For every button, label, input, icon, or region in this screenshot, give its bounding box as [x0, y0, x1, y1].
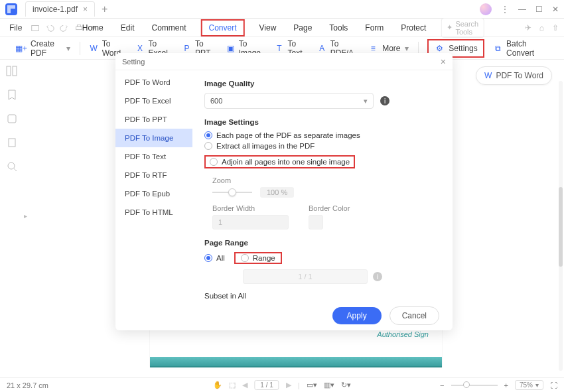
- menu-view[interactable]: View: [257, 21, 279, 35]
- vertical-scrollbar[interactable]: [559, 81, 563, 371]
- close-window-icon[interactable]: ✕: [552, 5, 559, 14]
- sidebar-pdf-to-ppt[interactable]: PDF To PPT: [115, 110, 192, 129]
- batch-convert-button[interactable]: ⧉Batch Convert: [494, 39, 548, 58]
- chevron-down-icon: ▾: [535, 381, 539, 389]
- zoom-out-icon[interactable]: −: [440, 381, 444, 389]
- menu-home[interactable]: Home: [80, 21, 106, 35]
- sidebar-pdf-to-html[interactable]: PDF To HTML: [115, 203, 192, 222]
- left-rail: [0, 60, 24, 377]
- rail-collapse-icon[interactable]: ▸: [24, 212, 27, 220]
- maximize-icon[interactable]: ☐: [535, 5, 543, 14]
- menu-comment[interactable]: Comment: [149, 21, 188, 35]
- image-quality-select[interactable]: 600 ▾: [204, 93, 374, 109]
- zoom-slider[interactable]: [451, 382, 498, 389]
- prev-page-icon[interactable]: ◀: [242, 381, 247, 389]
- sidebar-pdf-to-word[interactable]: PDF To Word: [115, 73, 192, 92]
- image-settings-label: Image Settings: [204, 118, 441, 126]
- svg-rect-5: [8, 115, 16, 123]
- file-menu[interactable]: File: [5, 22, 26, 34]
- menu-tools[interactable]: Tools: [326, 21, 350, 35]
- menu-convert[interactable]: Convert: [200, 19, 244, 36]
- menu-form[interactable]: Form: [362, 21, 386, 35]
- radio-icon: [210, 158, 218, 166]
- undo-icon[interactable]: [44, 23, 55, 33]
- zoom-in-icon[interactable]: +: [504, 381, 508, 389]
- window-controls: ⋮ — ☐ ✕: [480, 3, 559, 15]
- pdf-to-word-float-button[interactable]: W PDF To Word: [476, 66, 552, 85]
- image-icon: ▣: [226, 43, 234, 54]
- radio-page-range[interactable]: Range: [234, 252, 282, 264]
- statusbar: 21 x 29.7 cm ✋ ⬚ ◀ 1 / 1 ▶ | ▭▾ ▥▾ ↻▾ − …: [0, 377, 564, 392]
- bookmark-icon[interactable]: [6, 89, 18, 101]
- apply-button[interactable]: Apply: [332, 307, 382, 324]
- chevron-down-icon: ▾: [364, 97, 368, 105]
- scroll-thumb[interactable]: [559, 187, 563, 267]
- zoom-select[interactable]: 75%▾: [515, 380, 543, 390]
- tab-title: invoice-1.pdf: [33, 5, 78, 14]
- layout-icon[interactable]: ▥▾: [324, 381, 334, 389]
- menubar: File ▾ Home Edit Comment Convert View Pa…: [0, 19, 564, 37]
- select-tool-icon[interactable]: ⬚: [229, 381, 236, 389]
- home-icon[interactable]: ⌂: [539, 23, 544, 33]
- user-avatar[interactable]: [480, 3, 492, 15]
- subset-label: Subset in All: [204, 292, 441, 300]
- menu-protect[interactable]: Protect: [398, 21, 429, 35]
- radio-icon: [204, 142, 212, 150]
- word-icon: W: [90, 43, 98, 54]
- sidebar-pdf-to-epub[interactable]: PDF To Epub: [115, 184, 192, 203]
- hand-tool-icon[interactable]: ✋: [213, 381, 222, 389]
- slider-thumb[interactable]: [228, 188, 236, 196]
- radio-icon: [204, 131, 212, 139]
- redo-icon[interactable]: [59, 23, 70, 33]
- open-icon[interactable]: [30, 23, 40, 33]
- info-icon[interactable]: i: [373, 272, 382, 281]
- create-pdf-button[interactable]: ▦+ Create PDF ▾: [16, 39, 70, 58]
- more-label: More: [382, 44, 400, 53]
- minimize-icon[interactable]: —: [518, 5, 526, 14]
- fullscreen-icon[interactable]: ⛶: [550, 381, 557, 389]
- radio-adjoin-pages[interactable]: Adjoin all pages into one single image: [204, 155, 355, 168]
- sidebar-pdf-to-text[interactable]: PDF To Text: [115, 147, 192, 166]
- radio-all-label: All: [216, 254, 225, 262]
- menu-edit[interactable]: Edit: [118, 21, 137, 35]
- document-preview: Authorised Sign: [150, 329, 442, 367]
- radio-range-label: Range: [253, 254, 275, 262]
- sidebar-pdf-to-image[interactable]: PDF To Image: [115, 129, 192, 147]
- more-button[interactable]: ≡More▾: [368, 43, 408, 54]
- clipboard-icon[interactable]: [6, 137, 18, 149]
- send-icon[interactable]: ✈: [525, 23, 531, 33]
- new-tab-button[interactable]: +: [102, 3, 107, 15]
- attachment-icon[interactable]: [6, 113, 18, 125]
- modal-close-icon[interactable]: ×: [441, 56, 446, 67]
- chevron-down-icon: ▾: [66, 44, 70, 53]
- border-width-input[interactable]: 1: [212, 215, 289, 229]
- sidebar-pdf-to-rtf[interactable]: PDF To RTF: [115, 166, 192, 184]
- page-range-input[interactable]: 1 / 1: [243, 269, 368, 284]
- upload-icon[interactable]: ⇧: [552, 23, 559, 33]
- cancel-button[interactable]: Cancel: [389, 306, 439, 325]
- menu-page[interactable]: Page: [291, 21, 315, 35]
- zoom-slider[interactable]: [212, 188, 252, 196]
- fit-width-icon[interactable]: ▭▾: [307, 381, 317, 389]
- batch-convert-label: Batch Convert: [506, 39, 548, 58]
- radio-extract-images[interactable]: Extract all images in the PDF: [204, 142, 441, 150]
- settings-modal: Setting × PDF To Word PDF To Excel PDF T…: [115, 53, 453, 330]
- pdfa-icon: A: [318, 43, 326, 54]
- radio-page-all[interactable]: All: [204, 254, 225, 262]
- kebab-menu-icon[interactable]: ⋮: [501, 5, 509, 14]
- next-page-icon[interactable]: ▶: [286, 381, 291, 389]
- close-tab-icon[interactable]: ×: [83, 5, 88, 14]
- svg-rect-6: [9, 139, 15, 147]
- page-indicator[interactable]: 1 / 1: [254, 380, 279, 390]
- border-color-swatch[interactable]: [309, 215, 323, 229]
- document-tab[interactable]: invoice-1.pdf ×: [25, 1, 95, 17]
- search-icon[interactable]: [6, 161, 18, 172]
- svg-rect-4: [13, 66, 17, 76]
- sidebar-pdf-to-excel[interactable]: PDF To Excel: [115, 92, 192, 110]
- radio-separate-pages[interactable]: Each page of the PDF as separate images: [204, 131, 441, 139]
- page-range-value: 1 / 1: [298, 273, 312, 281]
- info-icon[interactable]: i: [380, 96, 389, 105]
- rotate-icon[interactable]: ↻▾: [341, 381, 351, 389]
- thumbnails-icon[interactable]: [6, 65, 18, 77]
- search-tools[interactable]: ✦ Search Tools: [441, 18, 484, 38]
